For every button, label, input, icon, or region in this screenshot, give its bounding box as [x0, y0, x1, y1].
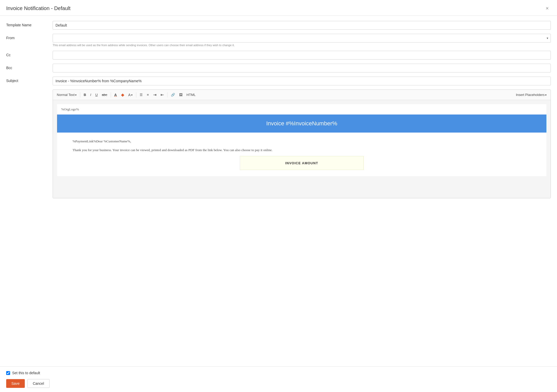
set-default-row: Set this to default	[6, 371, 551, 375]
template-name-row: Template Name	[6, 21, 551, 30]
invoice-amount-box: INVOICE AMOUNT	[240, 156, 364, 170]
font-size-icon: A	[128, 93, 131, 97]
bcc-input[interactable]	[53, 64, 551, 72]
from-select-wrap	[53, 34, 551, 43]
subject-wrap	[53, 77, 551, 85]
insert-placeholders-button[interactable]: Insert Placeholders	[514, 92, 548, 98]
modal-footer: Set this to default Save Cancel	[0, 366, 557, 392]
indent-button[interactable]: ⇥	[151, 91, 158, 98]
toolbar-divider-3	[136, 92, 136, 97]
html-button[interactable]: HTML	[185, 92, 197, 98]
unordered-list-button[interactable]: ☰	[138, 92, 145, 98]
underline-button[interactable]: U	[93, 92, 99, 98]
bg-color-icon: ◆	[121, 92, 124, 97]
link-icon: 🔗	[171, 93, 175, 97]
editor-row: Normal Text B I U abc A ◆	[6, 89, 551, 198]
unordered-list-icon: ☰	[140, 93, 143, 97]
bcc-label: Bcc	[6, 64, 53, 70]
template-name-input[interactable]	[53, 21, 551, 30]
link-button[interactable]: 🔗	[169, 92, 177, 98]
invoice-notification-modal: Invoice Notification - Default × Templat…	[0, 0, 557, 392]
bcc-row: Bcc	[6, 64, 551, 72]
font-color-button[interactable]: A	[113, 92, 119, 98]
font-size-chevron-icon	[131, 93, 133, 97]
close-button[interactable]: ×	[544, 5, 551, 12]
template-name-wrap	[53, 21, 551, 30]
editor-content-area[interactable]: %OrgLogo% Invoice #%InvoiceNumber% %Paym…	[53, 100, 551, 198]
invoice-amount-label: INVOICE AMOUNT	[285, 161, 318, 165]
placeholders-chevron-icon	[545, 93, 547, 97]
from-wrap: This email address will be used as the f…	[53, 34, 551, 47]
outdent-button[interactable]: ⇤	[159, 91, 166, 98]
editor-wrap-outer: Normal Text B I U abc A ◆	[53, 89, 551, 198]
from-label: From	[6, 34, 53, 40]
action-buttons: Save Cancel	[6, 379, 551, 388]
cc-wrap	[53, 51, 551, 60]
image-button[interactable]: 🖼	[177, 92, 184, 98]
email-body: %PaymentLink%Dear %CustomerName%, Thank …	[57, 133, 546, 176]
bg-color-button[interactable]: ◆	[119, 91, 126, 98]
normal-text-chevron-icon	[75, 93, 77, 97]
cc-label: Cc	[6, 51, 53, 57]
cc-input[interactable]	[53, 51, 551, 60]
rich-text-editor: Normal Text B I U abc A ◆	[53, 89, 551, 198]
set-default-checkbox[interactable]	[6, 371, 10, 375]
subject-label: Subject	[6, 77, 53, 83]
cancel-button[interactable]: Cancel	[27, 379, 50, 388]
body-text: Thank you for your business. Your invoic…	[73, 148, 531, 153]
from-row: From This email address will be used as …	[6, 34, 551, 47]
subject-row: Subject	[6, 77, 551, 85]
org-logo-placeholder: %OrgLogo%	[57, 104, 546, 115]
save-button[interactable]: Save	[6, 379, 25, 388]
toolbar-divider-1	[80, 92, 80, 97]
normal-text-dropdown[interactable]: Normal Text	[55, 92, 78, 98]
set-default-label[interactable]: Set this to default	[12, 371, 40, 375]
bold-button[interactable]: B	[82, 92, 88, 98]
subject-input[interactable]	[53, 77, 551, 85]
italic-button[interactable]: I	[89, 92, 93, 98]
ordered-list-button[interactable]: ≡	[145, 92, 151, 98]
from-select[interactable]	[53, 34, 551, 43]
modal-body: Template Name From This email address wi…	[0, 16, 557, 366]
modal-header: Invoice Notification - Default ×	[0, 0, 557, 16]
indent-icon: ⇥	[153, 92, 156, 97]
outdent-icon: ⇤	[161, 92, 164, 97]
insert-placeholders-label: Insert Placeholders	[516, 93, 545, 97]
strikethrough-button[interactable]: abc	[100, 92, 109, 98]
ordered-list-icon: ≡	[147, 93, 149, 97]
toolbar-divider-4	[167, 92, 168, 97]
payment-link-line: %PaymentLink%Dear %CustomerName%,	[73, 139, 531, 144]
modal-title: Invoice Notification - Default	[6, 5, 70, 11]
image-icon: 🖼	[179, 93, 182, 97]
invoice-header-bar: Invoice #%InvoiceNumber%	[57, 115, 546, 133]
font-size-button[interactable]: A	[126, 92, 134, 98]
email-preview: %OrgLogo% Invoice #%InvoiceNumber% %Paym…	[57, 104, 546, 176]
template-name-label: Template Name	[6, 21, 53, 27]
editor-label	[6, 89, 53, 92]
font-color-icon: A	[114, 93, 117, 97]
editor-toolbar: Normal Text B I U abc A ◆	[53, 90, 551, 100]
toolbar-divider-2	[111, 92, 111, 97]
from-help-text: This email address will be used as the f…	[53, 44, 551, 47]
cc-row: Cc	[6, 51, 551, 60]
normal-text-label: Normal Text	[57, 93, 75, 97]
bcc-wrap	[53, 64, 551, 72]
